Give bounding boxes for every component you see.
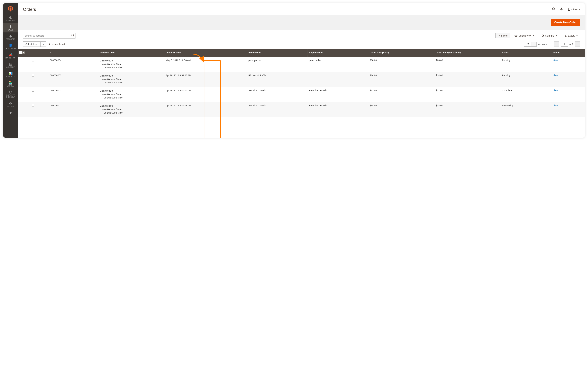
nav-label: CONTENT: [6, 66, 14, 68]
main-content: Orders admin ▼ Create New Order: [18, 3, 585, 138]
col-id[interactable]: ID↑: [48, 49, 98, 57]
nav-icon: ▤: [9, 62, 12, 66]
grid-header-row: ▼ ID↑ Purchase Point Purchase Date Bill-…: [18, 49, 585, 57]
sidebar-item-stores[interactable]: 🏪STORES: [3, 79, 18, 88]
filter-icon: [498, 35, 500, 37]
prev-page-button[interactable]: 〈: [554, 41, 559, 47]
cell-ship-to: Veronica Costello: [307, 87, 368, 102]
notifications-icon[interactable]: [560, 7, 563, 12]
sidebar-item-products[interactable]: ◆PRODUCTS: [3, 32, 18, 42]
cell-date: Apr 28, 2016 8:46:03 AM: [164, 102, 247, 117]
create-order-button[interactable]: Create New Order: [551, 19, 580, 26]
nav-label: PRODUCTS: [6, 38, 15, 40]
orders-grid: ▼ ID↑ Purchase Point Purchase Date Bill-…: [18, 49, 585, 117]
view-link[interactable]: View: [553, 89, 558, 92]
user-label: admin: [571, 8, 577, 11]
nav-icon: $: [10, 25, 11, 28]
col-grand-total-base[interactable]: Grand Total (Base): [368, 49, 434, 57]
default-view-button[interactable]: Default View ▼: [512, 33, 537, 38]
view-link[interactable]: View: [553, 59, 558, 62]
nav-icon: ◐: [9, 16, 12, 19]
app-window: ◐DASHBOARD$SALES◆PRODUCTS👤CUSTOMERS📣MARK…: [3, 3, 585, 138]
cell-gt-base: $37.00: [368, 87, 434, 102]
records-found: 4 records found: [49, 43, 65, 45]
page-of-label: of 1: [570, 43, 573, 45]
columns-button[interactable]: Columns ▼: [539, 33, 559, 38]
nav-icon: ⬡: [9, 90, 12, 94]
magento-logo: [7, 6, 14, 12]
caret-down-icon: ▼: [576, 35, 578, 37]
nav-icon: ◆: [9, 34, 12, 38]
sidebar-item-customers[interactable]: 👤CUSTOMERS: [3, 42, 18, 51]
filters-button[interactable]: Filters: [495, 33, 510, 38]
cell-gt-purchased: $68.00: [434, 57, 500, 72]
page-size-drop[interactable]: ▼: [532, 42, 537, 47]
sidebar-item-reports[interactable]: 📊REPORTS: [3, 70, 18, 79]
cell-purchase-point: Main WebsiteMain Website StoreDefault St…: [98, 87, 164, 102]
eye-icon: [515, 35, 517, 37]
cell-date: May 5, 2016 8:48:58 AM: [164, 57, 247, 72]
sidebar-item-marketing[interactable]: 📣MARKETING: [3, 51, 18, 60]
cell-ship-to: peter parker: [307, 57, 368, 72]
row-checkbox[interactable]: [32, 59, 34, 61]
col-grand-total-purchased[interactable]: Grand Total (Purchased): [434, 49, 500, 57]
nav-icon: 🏪: [9, 81, 13, 84]
col-ship-to[interactable]: Ship-to Name: [307, 49, 368, 57]
view-link[interactable]: View: [553, 104, 558, 107]
default-view-label: Default View: [518, 34, 531, 37]
nav-icon: ⚙: [9, 102, 12, 105]
cell-purchase-point: Main WebsiteMain Website StoreDefault St…: [98, 72, 164, 87]
cell-status: Complete: [500, 87, 551, 102]
per-page-label: per page: [538, 43, 547, 45]
caret-down-icon: ▼: [533, 35, 535, 37]
view-link[interactable]: View: [553, 74, 558, 77]
svg-line-6: [73, 36, 74, 37]
table-row[interactable]: 000000003Main WebsiteMain Website StoreD…: [18, 72, 585, 87]
table-row[interactable]: 000000002Main WebsiteMain Website StoreD…: [18, 87, 585, 102]
cell-id: 000000004: [48, 57, 98, 72]
caret-down-icon: ▼: [578, 9, 580, 10]
nav-label: MARKETING: [5, 57, 15, 59]
sidebar-item-dashboard[interactable]: ◐DASHBOARD: [3, 14, 18, 23]
cell-id: 000000001: [48, 102, 98, 117]
select-items-dropdown[interactable]: Select Items ▼: [23, 41, 46, 47]
cell-action: View: [551, 57, 585, 72]
search-input[interactable]: [23, 33, 75, 39]
page-size-input[interactable]: [524, 42, 532, 47]
row-checkbox[interactable]: [32, 104, 34, 107]
sidebar-item-item[interactable]: ◆: [3, 109, 18, 117]
col-action[interactable]: Action: [551, 49, 585, 57]
nav-label: SYSTEM: [7, 106, 14, 107]
export-label: Export: [568, 34, 574, 37]
cell-action: View: [551, 102, 585, 117]
sidebar-item-sales[interactable]: $SALES: [3, 23, 18, 32]
sidebar-item-one-step-checkout[interactable]: ⬡ONE STEP CHECKOUT: [3, 88, 18, 100]
toolbar: Filters Default View ▼ Columns ▼ Export …: [18, 30, 585, 40]
col-checkbox[interactable]: ▼: [18, 49, 48, 57]
next-page-button[interactable]: 〉: [575, 41, 580, 47]
export-button[interactable]: Export ▼: [562, 33, 580, 38]
header-icons: admin ▼: [552, 7, 580, 12]
select-items-label: Select Items: [23, 41, 41, 47]
col-bill-to[interactable]: Bill-to Name: [247, 49, 307, 57]
row-checkbox[interactable]: [32, 89, 34, 92]
user-menu[interactable]: admin ▼: [567, 8, 580, 11]
sidebar-item-content[interactable]: ▤CONTENT: [3, 60, 18, 70]
cell-status: Pending: [500, 57, 551, 72]
row-checkbox[interactable]: [32, 74, 34, 77]
cell-bill-to: peter parker: [247, 57, 307, 72]
nav-icon: 👤: [9, 44, 13, 47]
col-status[interactable]: Status: [500, 49, 551, 57]
page-input[interactable]: [561, 42, 568, 47]
col-purchase-date[interactable]: Purchase Date: [164, 49, 247, 57]
search-button[interactable]: [71, 34, 74, 38]
sidebar-item-system[interactable]: ⚙SYSTEM: [3, 100, 18, 109]
table-row[interactable]: 000000004Main WebsiteMain Website StoreD…: [18, 57, 585, 72]
table-row[interactable]: 000000001Main WebsiteMain Website StoreD…: [18, 102, 585, 117]
nav-label: ONE STEP CHECKOUT: [3, 94, 18, 98]
col-purchase-point[interactable]: Purchase Point: [98, 49, 164, 57]
cell-status: Processing: [500, 102, 551, 117]
page-title: Orders: [23, 7, 552, 12]
search-icon[interactable]: [552, 7, 556, 12]
svg-point-2: [552, 8, 555, 10]
